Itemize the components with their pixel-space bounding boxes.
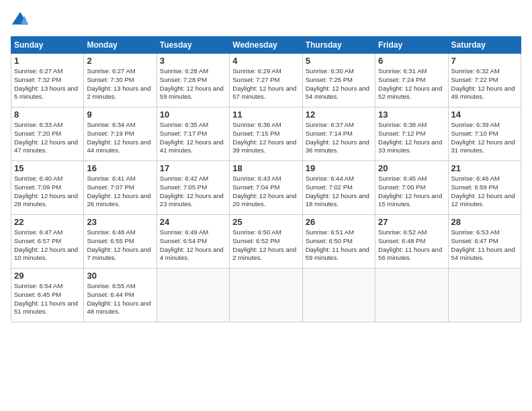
day-number: 2	[87, 56, 153, 66]
calendar-cell: 16 Sunrise: 6:41 AMSunset: 7:07 PMDaylig…	[84, 161, 157, 215]
day-detail: Sunrise: 6:39 AMSunset: 7:10 PMDaylight:…	[451, 121, 515, 154]
calendar-cell: 20 Sunrise: 6:45 AMSunset: 7:00 PMDaylig…	[375, 161, 448, 215]
day-number: 28	[451, 217, 518, 227]
calendar-cell: 19 Sunrise: 6:44 AMSunset: 7:02 PMDaylig…	[302, 161, 375, 215]
day-detail: Sunrise: 6:46 AMSunset: 6:59 PMDaylight:…	[451, 175, 515, 208]
day-number: 15	[14, 163, 81, 173]
calendar-cell: 21 Sunrise: 6:46 AMSunset: 6:59 PMDaylig…	[448, 161, 521, 215]
calendar-cell: 12 Sunrise: 6:37 AMSunset: 7:14 PMDaylig…	[302, 107, 375, 161]
weekday-header: Sunday	[11, 37, 84, 54]
day-number: 6	[378, 56, 445, 66]
day-number: 22	[14, 217, 81, 227]
day-number: 27	[378, 217, 445, 227]
calendar-cell: 25 Sunrise: 6:50 AMSunset: 6:52 PMDaylig…	[230, 215, 302, 269]
calendar-cell: 23 Sunrise: 6:48 AMSunset: 6:55 PMDaylig…	[84, 215, 157, 269]
day-detail: Sunrise: 6:36 AMSunset: 7:15 PMDaylight:…	[232, 121, 296, 154]
day-detail: Sunrise: 6:34 AMSunset: 7:19 PMDaylight:…	[87, 121, 150, 154]
calendar-cell: 29 Sunrise: 6:54 AMSunset: 6:45 PMDaylig…	[11, 269, 84, 322]
day-detail: Sunrise: 6:32 AMSunset: 7:22 PMDaylight:…	[451, 67, 515, 100]
calendar-cell	[302, 269, 375, 322]
logo-icon	[11, 11, 30, 30]
calendar-cell: 13 Sunrise: 6:38 AMSunset: 7:12 PMDaylig…	[375, 107, 448, 161]
header-row: SundayMondayTuesdayWednesdayThursdayFrid…	[11, 37, 521, 54]
day-detail: Sunrise: 6:52 AMSunset: 6:48 PMDaylight:…	[378, 228, 442, 261]
day-detail: Sunrise: 6:37 AMSunset: 7:14 PMDaylight:…	[306, 121, 369, 154]
day-number: 8	[14, 109, 81, 120]
day-number: 23	[87, 217, 153, 227]
day-number: 21	[451, 163, 518, 173]
day-number: 13	[378, 109, 445, 120]
day-detail: Sunrise: 6:42 AMSunset: 7:05 PMDaylight:…	[160, 175, 224, 208]
calendar-cell	[448, 269, 521, 322]
calendar-cell: 9 Sunrise: 6:34 AMSunset: 7:19 PMDayligh…	[84, 107, 157, 161]
day-detail: Sunrise: 6:45 AMSunset: 7:00 PMDaylight:…	[378, 175, 442, 208]
calendar-cell: 7 Sunrise: 6:32 AMSunset: 7:22 PMDayligh…	[448, 54, 521, 107]
calendar-cell	[375, 269, 448, 322]
weekday-header: Friday	[375, 37, 448, 54]
calendar-cell: 17 Sunrise: 6:42 AMSunset: 7:05 PMDaylig…	[157, 161, 229, 215]
day-number: 3	[160, 56, 226, 66]
weekday-header: Wednesday	[230, 37, 302, 54]
calendar-cell: 1 Sunrise: 6:27 AMSunset: 7:32 PMDayligh…	[11, 54, 84, 107]
day-number: 24	[160, 217, 226, 227]
calendar-cell: 10 Sunrise: 6:35 AMSunset: 7:17 PMDaylig…	[157, 107, 229, 161]
calendar-cell: 11 Sunrise: 6:36 AMSunset: 7:15 PMDaylig…	[230, 107, 302, 161]
calendar-week-row: 8 Sunrise: 6:33 AMSunset: 7:20 PMDayligh…	[11, 107, 521, 161]
calendar-week-row: 29 Sunrise: 6:54 AMSunset: 6:45 PMDaylig…	[11, 269, 521, 322]
calendar-cell: 28 Sunrise: 6:53 AMSunset: 6:47 PMDaylig…	[448, 215, 521, 269]
calendar-cell: 27 Sunrise: 6:52 AMSunset: 6:48 PMDaylig…	[375, 215, 448, 269]
calendar-week-row: 1 Sunrise: 6:27 AMSunset: 7:32 PMDayligh…	[11, 54, 521, 107]
day-detail: Sunrise: 6:40 AMSunset: 7:09 PMDaylight:…	[14, 175, 78, 208]
day-detail: Sunrise: 6:51 AMSunset: 6:50 PMDaylight:…	[306, 228, 369, 261]
header	[11, 11, 521, 30]
calendar-cell: 2 Sunrise: 6:27 AMSunset: 7:30 PMDayligh…	[84, 54, 157, 107]
day-number: 4	[232, 56, 299, 66]
weekday-header: Monday	[84, 37, 157, 54]
day-detail: Sunrise: 6:30 AMSunset: 7:25 PMDaylight:…	[306, 67, 369, 100]
day-detail: Sunrise: 6:47 AMSunset: 6:57 PMDaylight:…	[14, 228, 78, 261]
calendar-cell: 8 Sunrise: 6:33 AMSunset: 7:20 PMDayligh…	[11, 107, 84, 161]
calendar-week-row: 22 Sunrise: 6:47 AMSunset: 6:57 PMDaylig…	[11, 215, 521, 269]
day-number: 7	[451, 56, 518, 66]
calendar-cell: 6 Sunrise: 6:31 AMSunset: 7:24 PMDayligh…	[375, 54, 448, 107]
weekday-header: Thursday	[302, 37, 375, 54]
day-detail: Sunrise: 6:54 AMSunset: 6:45 PMDaylight:…	[14, 282, 78, 315]
calendar-cell: 15 Sunrise: 6:40 AMSunset: 7:09 PMDaylig…	[11, 161, 84, 215]
calendar-cell: 24 Sunrise: 6:49 AMSunset: 6:54 PMDaylig…	[157, 215, 229, 269]
day-detail: Sunrise: 6:33 AMSunset: 7:20 PMDaylight:…	[14, 121, 78, 154]
weekday-header: Saturday	[448, 37, 521, 54]
calendar-cell: 18 Sunrise: 6:43 AMSunset: 7:04 PMDaylig…	[230, 161, 302, 215]
day-detail: Sunrise: 6:35 AMSunset: 7:17 PMDaylight:…	[160, 121, 224, 154]
day-detail: Sunrise: 6:55 AMSunset: 6:44 PMDaylight:…	[87, 282, 150, 315]
day-number: 5	[306, 56, 372, 66]
calendar-header: SundayMondayTuesdayWednesdayThursdayFrid…	[11, 37, 521, 54]
calendar-cell: 4 Sunrise: 6:29 AMSunset: 7:27 PMDayligh…	[230, 54, 302, 107]
day-detail: Sunrise: 6:43 AMSunset: 7:04 PMDaylight:…	[232, 175, 296, 208]
day-detail: Sunrise: 6:27 AMSunset: 7:32 PMDaylight:…	[14, 67, 78, 100]
day-detail: Sunrise: 6:50 AMSunset: 6:52 PMDaylight:…	[232, 228, 296, 261]
calendar-body: 1 Sunrise: 6:27 AMSunset: 7:32 PMDayligh…	[11, 54, 521, 322]
calendar-cell: 22 Sunrise: 6:47 AMSunset: 6:57 PMDaylig…	[11, 215, 84, 269]
day-number: 19	[306, 163, 372, 173]
day-number: 1	[14, 56, 81, 66]
day-number: 10	[160, 109, 226, 120]
day-detail: Sunrise: 6:48 AMSunset: 6:55 PMDaylight:…	[87, 228, 150, 261]
calendar-cell: 14 Sunrise: 6:39 AMSunset: 7:10 PMDaylig…	[448, 107, 521, 161]
day-detail: Sunrise: 6:41 AMSunset: 7:07 PMDaylight:…	[87, 175, 150, 208]
day-detail: Sunrise: 6:53 AMSunset: 6:47 PMDaylight:…	[451, 228, 515, 261]
calendar-cell: 5 Sunrise: 6:30 AMSunset: 7:25 PMDayligh…	[302, 54, 375, 107]
calendar-cell: 30 Sunrise: 6:55 AMSunset: 6:44 PMDaylig…	[84, 269, 157, 322]
day-number: 18	[232, 163, 299, 173]
calendar-cell: 3 Sunrise: 6:28 AMSunset: 7:28 PMDayligh…	[157, 54, 229, 107]
day-number: 14	[451, 109, 518, 120]
day-number: 17	[160, 163, 226, 173]
day-number: 29	[14, 271, 81, 281]
calendar-cell	[157, 269, 229, 322]
day-number: 30	[87, 271, 153, 281]
day-number: 11	[232, 109, 299, 120]
day-number: 9	[87, 109, 153, 120]
day-detail: Sunrise: 6:38 AMSunset: 7:12 PMDaylight:…	[378, 121, 442, 154]
day-detail: Sunrise: 6:31 AMSunset: 7:24 PMDaylight:…	[378, 67, 442, 100]
logo	[11, 11, 31, 30]
day-number: 25	[232, 217, 299, 227]
